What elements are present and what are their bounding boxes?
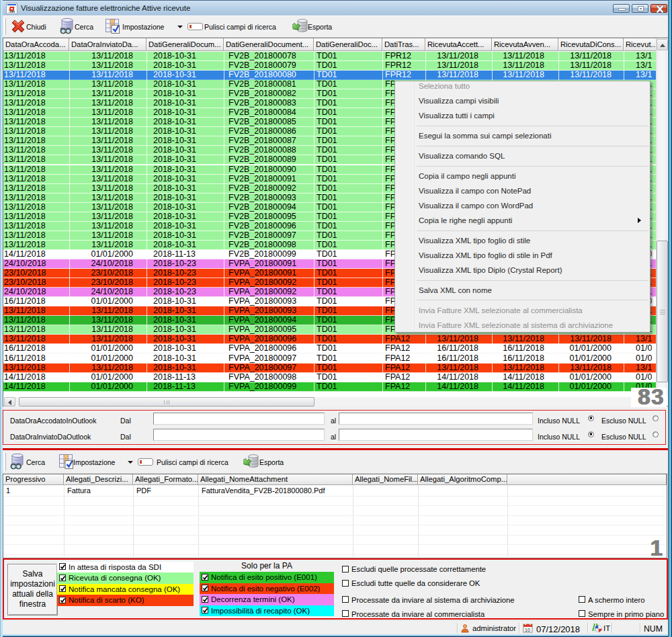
svg-text:10: 10 [525,628,530,632]
